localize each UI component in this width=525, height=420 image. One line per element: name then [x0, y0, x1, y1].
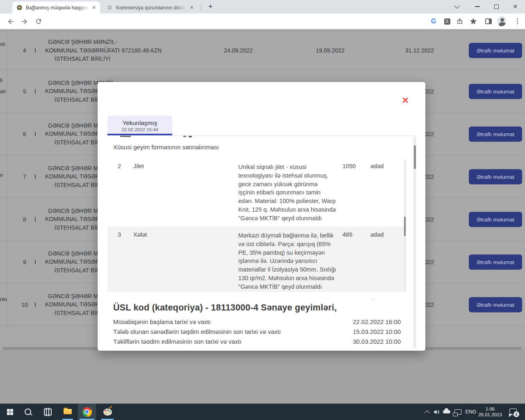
paint-palette-icon: [103, 409, 112, 415]
tab-kommersiya[interactable]: Kommersiya qurumlarının dövlət ✕: [103, 2, 198, 14]
google-icon[interactable]: G: [429, 17, 438, 26]
modal-tab-label: Yekunlaşmış: [107, 119, 172, 126]
tray-date: 26.01.2023: [478, 412, 502, 418]
row-number: 9: [16, 259, 33, 265]
onedrive-button[interactable]: [441, 404, 452, 420]
tab-close-icon[interactable]: ✕: [190, 5, 194, 10]
file-explorer-button[interactable]: [59, 404, 76, 420]
detail-button[interactable]: Ətraflı məlumat: [469, 84, 522, 99]
detail-button[interactable]: Ətraflı məlumat: [469, 126, 522, 142]
search-icon: [25, 409, 31, 415]
browser-tab-strip: Bağlanmış müqavilə haqqında mə ✕ Kommers…: [0, 0, 525, 14]
clipped-column-fragment: [35, 174, 36, 179]
table-row: 4 GƏNCƏ ŞƏHƏR MƏNZİL- KOMMUNAL TƏSƏRRÜFA…: [0, 31, 525, 70]
refresh-icon: [35, 18, 42, 25]
taskbar-search-button[interactable]: [20, 404, 36, 420]
screen: Bağlanmış müqavilə haqqında mə ✕ Kommers…: [0, 0, 525, 420]
row-number: 6: [16, 131, 33, 137]
tab-title: Bağlanmış müqavilə haqqında mə: [26, 5, 89, 11]
share-icon[interactable]: [455, 17, 464, 26]
page-footer-area: [0, 350, 525, 404]
cloud-icon: [443, 410, 450, 413]
organization-name: GƏNCƏ ŞƏHƏR MƏNZİL- KOMMUNAL TƏSƏRRÜFATI…: [43, 38, 122, 63]
window-restore-button[interactable]: [487, 0, 505, 13]
notification-badge: 1: [514, 411, 519, 417]
tender-item-row: 2 Jilet Unikal siqnalı jilet - xüsusi te…: [107, 159, 404, 226]
task-view-icon: [44, 409, 52, 415]
tray-chevron-button[interactable]: [422, 404, 431, 420]
clipped-text-fragment: ari: [0, 88, 6, 94]
side-panel-icon[interactable]: [484, 17, 493, 26]
browser-menu-kebab-icon[interactable]: [513, 17, 522, 26]
clipped-column-fragment: [35, 217, 36, 221]
modal-tab-date: 22.02.2022 15:44: [107, 127, 172, 132]
tender-details-modal: ✕ Yekunlaşmış 22.02.2022 15:44 Xüsusi ge…: [98, 82, 425, 351]
back-button[interactable]: [6, 17, 15, 26]
window-chevron-button[interactable]: [448, 0, 466, 13]
clipped-text-fragment: nin: [0, 296, 7, 302]
item-quantity: 485: [342, 231, 352, 238]
task-view-button[interactable]: [39, 404, 56, 420]
detail-button[interactable]: Ətraflı məlumat: [469, 297, 522, 312]
detail-row: Tələb olunan sənədlərin təqdim edilməsin…: [113, 328, 401, 338]
contract-date: 24.09.2022: [221, 47, 255, 54]
clipped-column-fragment: [35, 260, 36, 264]
action-center-button[interactable]: 1: [506, 404, 520, 420]
restore-icon: [494, 5, 499, 9]
clock[interactable]: 1:0626.01.2023: [477, 404, 503, 420]
items-scrollbar[interactable]: [404, 159, 406, 292]
tab-close-icon[interactable]: ✕: [92, 5, 96, 10]
tab-yekunlasmis[interactable]: Yekunlaşmış 22.02.2022 15:44: [107, 116, 172, 135]
modal-close-button[interactable]: ✕: [402, 96, 409, 105]
folder-icon: [64, 409, 72, 415]
volume-button[interactable]: [431, 404, 441, 420]
contract-price: 5972180.49 AZN: [121, 47, 167, 54]
gov-favicon-icon: [107, 5, 113, 11]
chrome-icon: [82, 407, 92, 417]
items-scrollbar-thumb[interactable]: [404, 217, 406, 236]
new-tab-button[interactable]: +: [205, 1, 216, 12]
modal-scrollbar[interactable]: [413, 136, 416, 349]
item-number: 3: [118, 231, 121, 238]
detail-button[interactable]: Ətraflı məlumat: [469, 212, 522, 227]
profile-avatar[interactable]: [497, 16, 506, 25]
clipped-column-fragment: [35, 302, 36, 307]
row-number: 10: [16, 301, 33, 308]
translate-icon[interactable]: 文: [443, 17, 452, 26]
tab-contracts-register[interactable]: Bağlanmış müqavilə haqqında mə ✕: [12, 2, 100, 14]
detail-button[interactable]: Ətraflı məlumat: [469, 43, 522, 58]
item-quantity: 1050: [342, 163, 356, 169]
windows-taskbar: ENG 1:0626.01.2023 1: [0, 404, 525, 420]
detail-button[interactable]: Ətraflı məlumat: [469, 169, 522, 184]
windows-logo-icon: [7, 409, 13, 415]
detail-row: Təkliflərin təqdim edilməsinin son tarix…: [113, 338, 401, 344]
clipped-column-fragment: [35, 48, 36, 53]
item-number: 2: [118, 163, 121, 169]
clipped-text-fragment: slı: [0, 41, 5, 47]
item-description: Mərkəzi düyməli bağlanma ilə, bellik və …: [238, 231, 338, 291]
start-button[interactable]: [2, 404, 18, 420]
forward-arrow-icon: [21, 18, 29, 25]
chrome-taskbar-button[interactable]: [78, 404, 96, 420]
forward-button[interactable]: [20, 17, 29, 26]
window-close-button[interactable]: ✕: [506, 0, 524, 13]
clipped-text-fragment: n: [0, 172, 3, 178]
back-arrow-icon: [7, 18, 15, 25]
window-minimize-button[interactable]: [468, 0, 486, 13]
modal-body: Xüsusi geyim formasının satınalınması 2 …: [107, 135, 415, 344]
bookmark-star-icon[interactable]: [469, 17, 478, 26]
paint-taskbar-button[interactable]: [98, 404, 116, 420]
row-number: 8: [16, 216, 33, 223]
detail-value: 15.03.2022 10:00: [353, 328, 401, 335]
etender-favicon-icon: [16, 5, 23, 11]
language-indicator[interactable]: ENG: [463, 404, 478, 420]
network-button[interactable]: [452, 404, 463, 420]
item-name: Xələt: [133, 231, 147, 238]
row-number: 7: [16, 173, 33, 180]
contract-date: 31.12.2022: [403, 47, 436, 54]
item-name: Jilet: [133, 163, 144, 169]
chevron-down-icon: [454, 2, 460, 8]
detail-button[interactable]: Ətraflı məlumat: [469, 254, 522, 269]
refresh-button[interactable]: [34, 17, 43, 26]
modal-scrollbar-thumb[interactable]: [414, 145, 416, 169]
